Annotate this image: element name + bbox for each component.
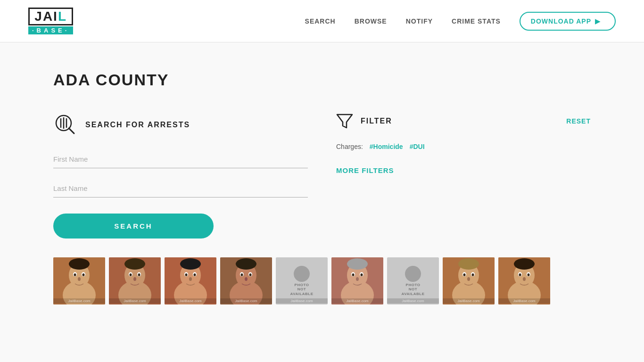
search-section: SEARCH FOR ARRESTS SEARCH [53,113,308,239]
svg-point-39 [249,273,252,276]
svg-point-32 [180,258,201,270]
svg-point-23 [124,258,145,270]
search-arrests-icon [53,113,78,137]
photo-not-available-text: PHOTONOTAVAILABLE [401,283,424,296]
watermark: JailBase.com [331,298,383,304]
photo-unavailable-content: PHOTONOTAVAILABLE [290,266,313,296]
svg-point-12 [83,273,85,276]
first-name-input[interactable] [53,150,308,168]
mugshot-item[interactable]: JailBase.com [220,257,272,304]
search-header: SEARCH FOR ARRESTS [53,113,308,137]
svg-point-68 [514,258,535,270]
svg-point-30 [194,273,196,276]
watermark: JailBase.com [109,298,161,304]
svg-point-57 [472,273,474,276]
watermark: JailBase.com [53,298,105,304]
logo-base-text: ·BASE· [28,26,73,34]
play-icon: ▶ [595,17,601,25]
search-section-label: SEARCH FOR ARRESTS [85,121,190,129]
download-app-label: DOWNLOAD APP [531,17,591,25]
svg-point-67 [523,277,526,281]
mugshot-item[interactable]: JailBase.com [443,257,495,304]
mugshots-row: JailBase.com [53,257,591,304]
photo-unavailable-content: PHOTONOTAVAILABLE [401,266,424,296]
svg-point-14 [69,258,90,270]
watermark: JailBase.com [220,298,272,304]
svg-point-58 [467,277,470,281]
svg-point-20 [130,273,132,276]
watermark: JailBase.com [276,298,328,304]
watermark: JailBase.com [387,298,439,304]
svg-point-49 [356,277,359,281]
logo-jail-text: JAIL [28,8,73,25]
svg-point-59 [458,258,479,270]
mugshot-item[interactable]: JailBase.com [498,257,550,304]
watermark: JailBase.com [443,298,495,304]
svg-point-47 [352,273,355,276]
photo-not-available: PHOTONOTAVAILABLE [276,257,328,304]
mugshot-item[interactable]: JailBase.com [109,257,161,304]
svg-point-66 [528,273,530,276]
svg-point-22 [133,277,136,281]
filter-section-label: FILTER [361,117,392,125]
svg-point-29 [185,273,188,276]
watermark: JailBase.com [165,298,216,304]
person-silhouette [405,266,421,282]
svg-point-56 [463,273,466,276]
svg-point-13 [78,277,81,281]
svg-marker-5 [337,115,352,128]
svg-point-48 [361,273,363,276]
photo-not-available-text: PHOTONOTAVAILABLE [290,283,313,296]
last-name-input[interactable] [53,180,308,197]
photo-not-available: PHOTONOTAVAILABLE [387,257,439,304]
svg-point-38 [241,273,243,276]
nav-browse[interactable]: BROWSE [355,17,387,25]
svg-line-4 [69,128,74,133]
svg-point-40 [245,277,248,281]
reset-button[interactable]: RESET [566,117,591,125]
navbar: JAIL ·BASE· SEARCH BROWSE NOTIFY CRIME S… [0,0,644,42]
mugshot-item[interactable]: PHOTONOTAVAILABLE JailBase.com [276,257,328,304]
svg-point-41 [236,258,256,270]
download-app-button[interactable]: DOWNLOAD APP ▶ [520,12,616,31]
search-button[interactable]: SEARCH [53,214,214,239]
nav-search[interactable]: SEARCH [305,17,336,25]
mugshot-item[interactable]: JailBase.com [53,257,105,304]
filter-header: FILTER RESET [336,113,591,130]
mugshot-item[interactable]: PHOTONOTAVAILABLE JailBase.com [387,257,439,304]
charges-label: Charges: [336,143,363,150]
svg-point-31 [189,277,192,281]
svg-point-50 [347,258,368,270]
charge-tag-homicide[interactable]: #Homicide [370,143,403,150]
filter-title-wrap: FILTER [336,113,392,130]
svg-point-21 [138,273,140,276]
main-content: ADA COUNTY SEARCH FOR ARRE [39,42,605,323]
svg-point-11 [74,273,76,276]
filter-icon [336,113,353,130]
charge-tag-dui[interactable]: #DUI [410,143,425,150]
svg-point-65 [519,273,521,276]
nav-links: SEARCH BROWSE NOTIFY CRIME STATS DOWNLOA… [305,12,616,31]
person-silhouette [294,266,310,282]
watermark: JailBase.com [498,298,550,304]
page-title: ADA COUNTY [53,71,591,89]
charges-row: Charges: #Homicide #DUI [336,143,591,150]
logo[interactable]: JAIL ·BASE· [28,8,73,34]
mugshot-item[interactable]: JailBase.com [331,257,383,304]
filter-section: FILTER RESET Charges: #Homicide #DUI MOR… [336,113,591,239]
mugshot-item[interactable]: JailBase.com [165,257,216,304]
nav-crime-stats[interactable]: CRIME STATS [452,17,501,25]
more-filters-button[interactable]: MORE FILTERS [336,166,394,174]
search-filter-container: SEARCH FOR ARRESTS SEARCH FILTER RESET C… [53,113,591,239]
nav-notify[interactable]: NOTIFY [406,17,433,25]
